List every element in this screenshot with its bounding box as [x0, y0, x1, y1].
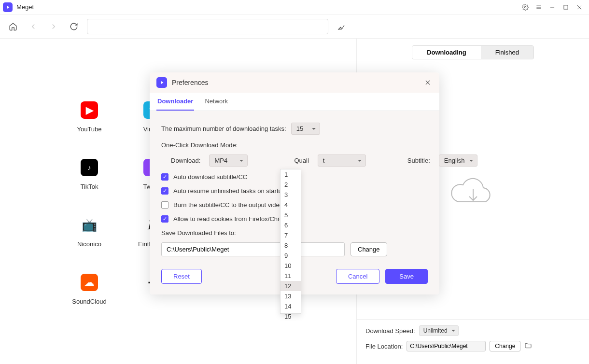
dropdown-option[interactable]: 15: [280, 311, 301, 322]
dropdown-option[interactable]: 3: [280, 190, 301, 200]
checkbox-icon[interactable]: [161, 187, 168, 195]
minimize-icon[interactable]: [546, 0, 559, 14]
checkbox-label: Auto resume unfinished tasks on startup: [173, 187, 285, 195]
tab-finished[interactable]: Finished: [481, 46, 533, 59]
location-label: File Location:: [365, 343, 403, 350]
site-niconico[interactable]: 📺Niconico: [58, 216, 121, 248]
dropdown-option[interactable]: 2: [280, 180, 301, 190]
dialog-close-icon[interactable]: [423, 78, 433, 87]
titlebar: Meget: [0, 0, 589, 14]
right-footer: Download Speed: Unlimited File Location:…: [357, 319, 589, 364]
preferences-dialog: Preferences Downloader Network The maxim…: [150, 72, 439, 294]
speed-label: Download Speed:: [365, 327, 415, 335]
location-change-button[interactable]: Change: [490, 341, 520, 351]
site-soundcloud[interactable]: ☁SoundCloud: [58, 274, 121, 305]
subtitle-label: Subtitle:: [407, 157, 430, 164]
download-format-label: Download:: [171, 157, 200, 164]
dialog-header: Preferences: [150, 72, 439, 93]
svg-point-0: [524, 6, 526, 8]
dropdown-option[interactable]: 12: [280, 281, 301, 291]
dropdown-option[interactable]: 5: [280, 210, 301, 220]
checkbox-icon[interactable]: [161, 201, 168, 209]
dropdown-option[interactable]: 4: [280, 200, 301, 210]
dialog-logo-icon: [156, 77, 167, 88]
forward-icon[interactable]: [46, 19, 61, 34]
subtitle-select[interactable]: English: [439, 154, 477, 167]
segmented-control: Downloading Finished: [412, 45, 534, 59]
menu-icon[interactable]: [532, 0, 546, 14]
cloud-download-icon: [449, 173, 497, 213]
tab-downloader[interactable]: Downloader: [156, 93, 194, 111]
dropdown-option[interactable]: 1: [280, 169, 301, 180]
url-input[interactable]: [87, 19, 328, 34]
speed-select[interactable]: Unlimited: [419, 325, 459, 336]
checkbox-icon[interactable]: [161, 215, 168, 223]
dropdown-option[interactable]: 7: [280, 230, 301, 240]
site-label: YouTube: [77, 126, 101, 133]
dropdown-option[interactable]: 13: [280, 291, 301, 301]
reset-button[interactable]: Reset: [161, 269, 202, 284]
dialog-title: Preferences: [172, 79, 208, 86]
save-path-input[interactable]: [161, 242, 345, 256]
download-format-select[interactable]: MP4: [209, 154, 248, 167]
max-tasks-label: The maximum number of downloading tasks:: [161, 125, 286, 132]
quality-select[interactable]: t: [318, 154, 366, 167]
back-icon[interactable]: [26, 19, 41, 34]
max-tasks-select[interactable]: 15: [291, 123, 320, 135]
svg-rect-5: [564, 5, 568, 9]
site-tiktok[interactable]: ♪TikTok: [58, 159, 121, 190]
save-button[interactable]: Save: [385, 269, 428, 284]
site-youtube[interactable]: ▶YouTube: [58, 101, 121, 133]
checkbox-label: Allow to read cookies from Firefox/Chrom…: [173, 215, 292, 223]
checkbox-label: Burn the subtitle/CC to the output video: [173, 201, 283, 209]
dialog-tabs: Downloader Network: [150, 93, 439, 111]
tab-network[interactable]: Network: [204, 93, 229, 111]
quality-label: Quali: [294, 157, 309, 164]
location-input[interactable]: [407, 341, 486, 351]
clear-icon[interactable]: [334, 19, 349, 34]
mode-label: One-Click Download Mode:: [161, 141, 428, 149]
app-logo-icon: [3, 2, 13, 12]
app-title: Meget: [16, 3, 34, 11]
site-label: SoundCloud: [72, 298, 107, 305]
settings-icon[interactable]: [519, 0, 532, 14]
segmented-wrap: Downloading Finished: [357, 39, 589, 66]
youtube-icon: ▶: [81, 101, 98, 119]
save-path-change-button[interactable]: Change: [351, 242, 387, 256]
niconico-icon: 📺: [81, 216, 98, 234]
dropdown-option[interactable]: 8: [280, 240, 301, 251]
close-icon[interactable]: [573, 0, 586, 14]
checkbox-icon[interactable]: [161, 173, 168, 181]
tab-downloading[interactable]: Downloading: [412, 46, 481, 59]
site-label: Niconico: [77, 240, 101, 248]
dropdown-option[interactable]: 14: [280, 301, 301, 311]
maximize-icon[interactable]: [559, 0, 573, 14]
cancel-button[interactable]: Cancel: [336, 269, 379, 284]
dropdown-option[interactable]: 6: [280, 220, 301, 230]
site-label: TikTok: [80, 183, 98, 190]
soundcloud-icon: ☁: [81, 274, 98, 291]
dropdown-option[interactable]: 11: [280, 271, 301, 281]
reload-icon[interactable]: [67, 19, 81, 34]
max-tasks-dropdown[interactable]: 123456789101112131415: [280, 169, 301, 314]
tiktok-icon: ♪: [81, 159, 98, 176]
dropdown-option[interactable]: 9: [280, 251, 301, 261]
toolbar: [0, 14, 589, 39]
dialog-body: The maximum number of downloading tasks:…: [150, 111, 439, 294]
home-icon[interactable]: [6, 19, 20, 34]
open-folder-icon[interactable]: [524, 342, 532, 351]
checkbox-label: Auto download subtitle/CC: [173, 173, 247, 181]
dropdown-option[interactable]: 10: [280, 261, 301, 271]
